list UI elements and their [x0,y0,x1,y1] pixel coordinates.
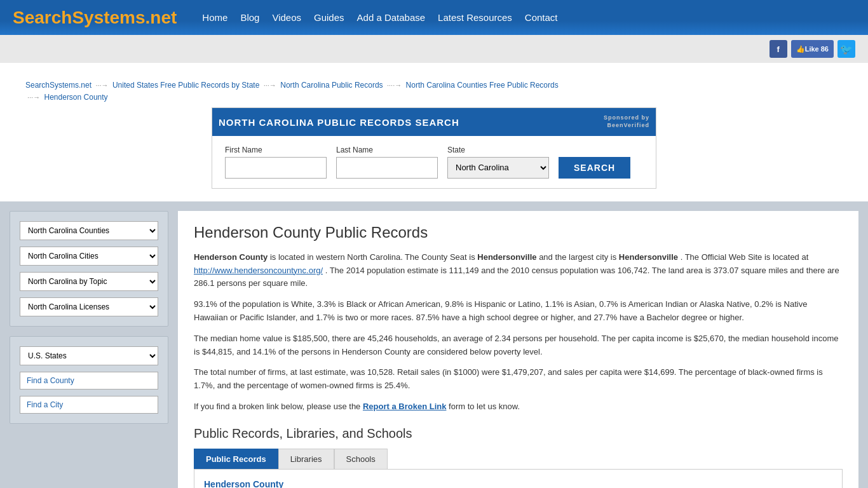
main-wrapper: North Carolina Counties North Carolina C… [0,201,868,488]
sponsored-label: Sponsored by BeenVerified [604,114,649,129]
nc-by-topic-select[interactable]: North Carolina by Topic [20,272,158,291]
breadcrumb-arrow-1: ···→ [95,81,108,89]
find-city-link[interactable]: Find a City [20,396,158,414]
search-section: SearchSystems.net ···→ United States Fre… [0,63,868,201]
social-bar: f 👍 Like 86 🐦 [0,35,868,63]
sidebar-box-nc: North Carolina Counties North Carolina C… [10,211,168,327]
breadcrumb-home[interactable]: SearchSystems.net [25,81,92,90]
nc-counties-select[interactable]: North Carolina Counties [20,221,158,240]
bold-hendersonville-1: Hendersonville [477,252,536,262]
nc-licenses-select[interactable]: North Carolina Licenses [20,297,158,316]
first-name-input[interactable] [225,157,327,179]
state-select[interactable]: North Carolina [447,157,549,179]
header: SearchSystems.net Home Blog Videos Guide… [0,0,868,35]
first-name-field-group: First Name [225,146,327,179]
facebook-like-button[interactable]: 👍 Like 86 [791,40,834,58]
breadcrumb-nc-counties[interactable]: North Carolina Counties Free Public Reco… [406,81,559,90]
breadcrumb-arrow-3: ····→ [387,81,402,89]
search-box-title: NORTH CAROLINA PUBLIC RECORDS SEARCH [219,117,459,128]
nav-guides[interactable]: Guides [314,12,344,23]
tab-content-area: Henderson County Henderson County, North… [194,469,843,488]
search-box: NORTH CAROLINA PUBLIC RECORDS SEARCH Spo… [212,107,656,188]
official-site-link[interactable]: http://www.hendersoncountync.org/ [194,266,323,275]
breadcrumb-state[interactable]: United States Free Public Records by Sta… [112,81,259,90]
like-icon: 👍 [796,45,805,53]
twitter-bird-icon: 🐦 [840,43,853,55]
nav-videos[interactable]: Videos [272,12,301,23]
last-name-input[interactable] [336,157,438,179]
para-3: The median home value is $185,500, there… [194,332,843,359]
nav-contact[interactable]: Contact [525,12,558,23]
search-button[interactable]: SEARCH [559,157,630,179]
section-title: Public Records, Libraries, and Schools [194,426,843,441]
nav-blog[interactable]: Blog [240,12,259,23]
main-nav: Home Blog Videos Guides Add a Database L… [202,12,855,23]
first-name-label: First Name [225,146,327,154]
logo-net: .net [146,8,177,27]
breadcrumb-arrow-2: ···→ [264,81,276,89]
facebook-icon[interactable]: f [770,40,787,58]
state-label: State [447,146,549,154]
tab-content-heading[interactable]: Henderson County [204,479,832,488]
find-county-link[interactable]: Find a County [20,372,158,390]
para-2: 93.1% of the population is White, 3.3% i… [194,298,843,325]
last-name-field-group: Last Name [336,146,438,179]
nav-latest-resources[interactable]: Latest Resources [438,12,512,23]
sidebar: North Carolina Counties North Carolina C… [10,211,168,488]
logo-text: SearchSystems [13,8,146,27]
bold-henderson: Henderson County [194,252,268,262]
search-box-header: NORTH CAROLINA PUBLIC RECORDS SEARCH Spo… [212,108,656,135]
state-field-group: State North Carolina [447,146,549,179]
page-title: Henderson County Public Records [194,224,843,241]
breadcrumb-nc[interactable]: North Carolina Public Records [280,81,383,90]
us-states-select[interactable]: U.S. States [20,346,158,365]
report-broken-link[interactable]: Report a Broken Link [363,402,446,411]
last-name-label: Last Name [336,146,438,154]
breadcrumb-arrow-4: ···→ [27,93,40,101]
site-logo[interactable]: SearchSystems.net [13,8,177,28]
breadcrumb-county[interactable]: Henderson County [44,93,108,102]
nc-cities-select[interactable]: North Carolina Cities [20,247,158,266]
para-4: The total number of firms, at last estim… [194,366,843,393]
bold-hendersonville-2: Hendersonville [619,252,678,262]
nav-add-database[interactable]: Add a Database [357,12,426,23]
breadcrumb: SearchSystems.net ···→ United States Fre… [13,76,855,107]
nav-home[interactable]: Home [202,12,227,23]
para-5: If you find a broken link below, please … [194,400,843,414]
twitter-icon[interactable]: 🐦 [837,40,855,58]
sidebar-box-us: U.S. States Find a County Find a City [10,336,168,424]
search-box-body: First Name Last Name State North Carolin… [212,136,656,188]
tab-schools[interactable]: Schools [334,449,388,469]
tab-public-records[interactable]: Public Records [194,449,278,469]
tab-libraries[interactable]: Libraries [278,449,334,469]
content: Henderson County Public Records Henderso… [178,211,858,488]
tab-bar: Public Records Libraries Schools [194,449,843,469]
para-1: Henderson County is located in western N… [194,251,843,290]
